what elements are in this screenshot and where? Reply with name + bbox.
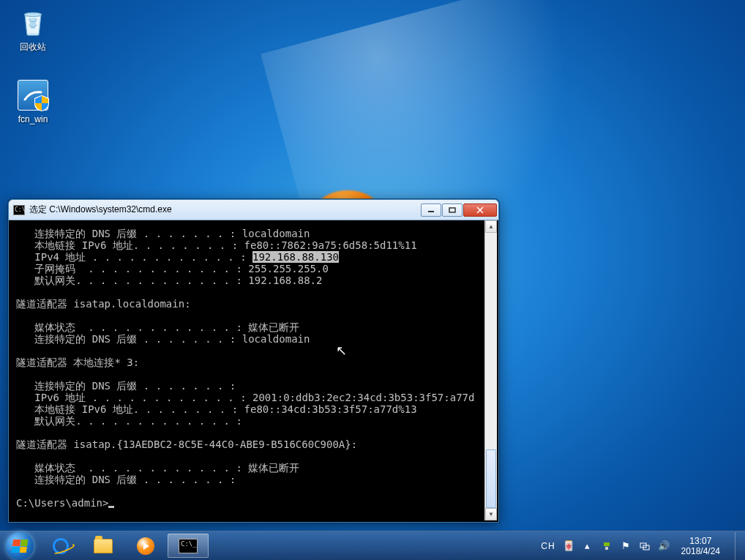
cmd-cursor [108,506,114,508]
svg-rect-3 [604,542,610,546]
uac-shield-icon [34,95,49,111]
start-button[interactable] [0,531,40,560]
clock-date: 2018/4/24 [681,546,720,556]
close-button[interactable] [463,204,497,217]
cmd-titlebar-icon: C:\ [13,205,25,215]
maximize-button[interactable] [442,204,463,217]
media-player-icon [135,537,157,556]
cmd-output[interactable]: 连接特定的 DNS 后缀 . . . . . . . : localdomain… [10,220,484,520]
safely-remove-icon[interactable] [601,540,613,552]
ime-icon[interactable]: 🀄 [563,540,574,552]
cmd-lines-pre: 连接特定的 DNS 后缀 . . . . . . . : localdomain… [16,228,417,263]
taskbar-clock[interactable]: 13:07 2018/4/24 [677,536,725,556]
taskbar-pin-ie[interactable] [40,534,81,558]
clock-time: 13:07 [681,536,720,546]
desktop-icon-label: fcn_win [6,114,60,124]
taskbar-pin-wmp[interactable] [125,534,166,558]
svg-point-0 [24,12,42,17]
taskbar: C:\_ CH 🀄 ▴ ⚑ 🔊 13:07 2018/4/24 [0,531,745,560]
file-explorer-icon [92,537,114,556]
taskbar-pin-explorer[interactable] [83,534,124,558]
fcn-app-icon [15,78,50,113]
desktop-icon-fcn-win[interactable]: fcn_win [6,78,60,124]
scroll-down-button[interactable]: ▼ [485,508,497,520]
cmd-icon: C:\_ [177,537,199,556]
svg-rect-4 [605,547,608,550]
action-center-icon[interactable]: ⚑ [620,540,632,552]
windows-logo-icon [6,532,34,560]
scroll-thumb[interactable] [486,449,496,508]
scroll-track[interactable] [485,233,497,508]
minimize-button[interactable] [421,204,441,217]
system-tray: CH 🀄 ▴ ⚑ 🔊 13:07 2018/4/24 [541,531,745,560]
desktop-icon-label: 回收站 [6,41,60,53]
cmd-lines-post: 子网掩码 . . . . . . . . . . . . : 255.255.2… [16,263,474,485]
cmd-scrollbar[interactable]: ▲ ▼ [484,220,497,520]
cmd-body: 连接特定的 DNS 后缀 . . . . . . . : localdomain… [10,220,497,520]
internet-explorer-icon [50,537,72,556]
svg-rect-2 [449,208,455,212]
taskbar-item-cmd[interactable]: C:\_ [168,534,209,558]
recycle-bin-icon [15,4,50,40]
chevron-up-icon[interactable]: ▴ [582,540,594,552]
desktop-icon-recycle-bin[interactable]: 回收站 [6,4,60,53]
language-indicator[interactable]: CH [541,541,555,551]
scroll-up-button[interactable]: ▲ [485,220,497,233]
cmd-prompt: C:\Users\admin> [16,497,108,509]
network-icon[interactable] [639,540,651,552]
cmd-window-title: 选定 C:\Windows\system32\cmd.exe [29,204,421,216]
cmd-window[interactable]: C:\ 选定 C:\Windows\system32\cmd.exe 连接特定的… [8,199,499,523]
volume-icon[interactable]: 🔊 [658,540,670,552]
cmd-highlighted-ip: 192.168.88.130 [252,251,339,263]
cmd-titlebar[interactable]: C:\ 选定 C:\Windows\system32\cmd.exe [9,200,498,220]
show-desktop-button[interactable] [735,532,742,560]
